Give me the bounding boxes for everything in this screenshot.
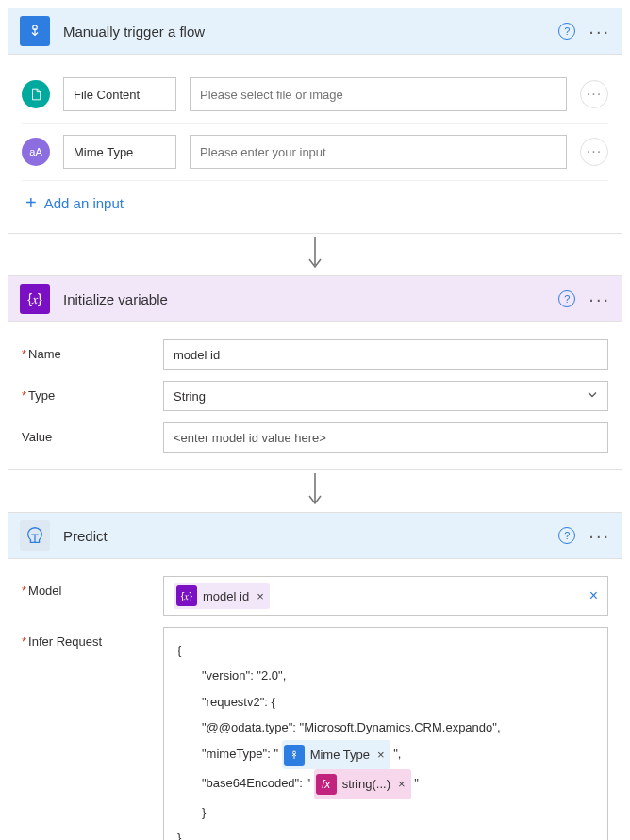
init-var-header[interactable]: {𝑥} Initialize variable ? ··· (8, 276, 622, 322)
file-icon (22, 80, 50, 108)
input-row-mime-type: aA Mime Type ··· (22, 124, 608, 181)
trigger-card: Manually trigger a flow ? ··· File Conte… (8, 8, 622, 234)
type-select[interactable]: String (163, 381, 608, 411)
connector-arrow (8, 470, 622, 512)
mime-type-input[interactable] (190, 135, 567, 169)
more-icon[interactable]: ··· (589, 26, 610, 36)
trigger-token-icon (284, 745, 305, 766)
trigger-body: File Content ··· aA Mime Type ··· + Add … (8, 55, 622, 233)
help-icon[interactable]: ? (558, 23, 575, 40)
infer-label: Infer Request (22, 627, 163, 649)
chevron-down-icon (587, 389, 598, 404)
init-var-card: {𝑥} Initialize variable ? ··· Name model… (8, 275, 622, 470)
text-icon: aA (22, 138, 50, 166)
trigger-icon (20, 16, 50, 46)
value-row: Value <enter model id value here> (22, 417, 608, 458)
help-icon[interactable]: ? (558, 527, 575, 544)
predict-icon (20, 520, 50, 551)
trigger-header[interactable]: Manually trigger a flow ? ··· (8, 8, 622, 55)
infer-row: Infer Request { "version": "2.0", "reque… (22, 621, 608, 840)
add-input-label: Add an input (44, 195, 124, 211)
remove-token-icon[interactable]: × (377, 742, 385, 767)
predict-header[interactable]: Predict ? ··· (8, 513, 622, 559)
trigger-title: Manually trigger a flow (63, 24, 558, 40)
infer-request-editor[interactable]: { "version": "2.0", "requestv2": { "@@od… (163, 627, 608, 840)
init-var-title: Initialize variable (63, 291, 558, 307)
more-icon[interactable]: ··· (589, 294, 610, 304)
init-var-body: Name model id Type String Value <enter m… (8, 322, 622, 469)
variable-icon: {𝑥} (20, 284, 50, 314)
add-input-button[interactable]: + Add an input (22, 181, 608, 222)
model-label: Model (22, 576, 163, 598)
name-label: Name (22, 339, 163, 361)
connector-arrow (8, 234, 622, 275)
model-id-token[interactable]: {𝑥} model id × (174, 583, 270, 609)
predict-title: Predict (63, 528, 558, 544)
mime-type-token[interactable]: Mime Type × (282, 740, 390, 769)
help-icon[interactable]: ? (558, 290, 575, 307)
input-label[interactable]: File Content (63, 77, 176, 111)
value-input[interactable]: <enter model id value here> (163, 422, 608, 453)
fx-icon: fx (316, 774, 337, 795)
predict-body: Model {𝑥} model id × × Infer Request { "… (8, 559, 622, 840)
input-label[interactable]: Mime Type (63, 135, 176, 169)
value-label: Value (22, 422, 163, 444)
remove-token-icon[interactable]: × (398, 771, 406, 797)
type-row: Type String (22, 375, 608, 417)
string-expression-token[interactable]: fx string(...) × (314, 769, 411, 799)
more-icon[interactable]: ··· (589, 531, 610, 540)
input-row-file-content: File Content ··· (22, 66, 608, 124)
name-input[interactable]: model id (163, 339, 608, 370)
model-input[interactable]: {𝑥} model id × × (163, 576, 608, 616)
row-more-icon[interactable]: ··· (580, 138, 608, 166)
clear-icon[interactable]: × (589, 587, 598, 604)
row-more-icon[interactable]: ··· (580, 80, 608, 108)
remove-token-icon[interactable]: × (257, 589, 264, 603)
model-row: Model {𝑥} model id × × (22, 570, 608, 621)
type-label: Type (22, 381, 163, 403)
plus-icon: + (25, 192, 37, 214)
variable-token-icon: {𝑥} (176, 585, 197, 606)
file-content-input[interactable] (190, 77, 567, 111)
name-row: Name model id (22, 334, 608, 375)
predict-card: Predict ? ··· Model {𝑥} model id × × Inf… (8, 512, 622, 840)
